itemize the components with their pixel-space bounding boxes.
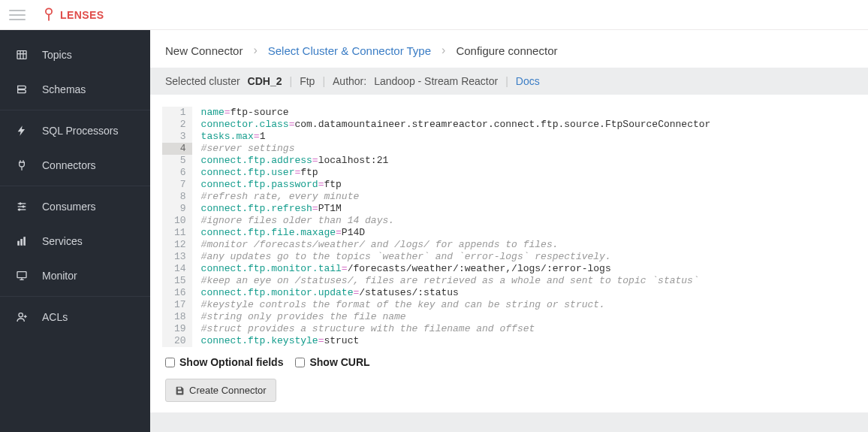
barchart-icon [15,234,29,248]
author-value: Landoop - Stream Reactor [374,75,498,87]
svg-rect-15 [17,272,26,278]
useradd-icon [15,310,29,324]
info-bar: Selected cluster CDH_2 | Ftp | Author: L… [150,68,868,95]
svg-point-18 [19,313,23,317]
breadcrumb-item: New Connector [165,44,243,57]
line-number: 9 [162,203,192,215]
line-number: 14 [162,263,192,275]
brand-name: LENSES [60,9,104,21]
nav-group: TopicsSchemas [0,35,150,110]
info-divider: | [322,75,325,87]
monitor-icon [15,269,29,282]
create-connector-label: Create Connector [189,385,267,396]
sidebar-item-topics[interactable]: Topics [0,38,150,72]
code-editor[interactable]: 1234567891011121314151617181920 name=ftp… [150,95,868,352]
sidebar-item-schemas[interactable]: Schemas [0,72,150,107]
svg-rect-14 [24,237,26,246]
layers-icon [15,83,29,96]
code-line: #string only provides the file name [201,311,856,323]
sidebar-item-monitor[interactable]: Monitor [0,258,150,293]
selected-cluster-value: CDH_2 [248,75,282,87]
show-curl-label: Show CURL [309,356,369,368]
sidebar-item-label: Connectors [42,159,96,171]
svg-point-11 [18,209,20,211]
code-line: #any updates go to the topics `weather` … [201,251,856,263]
line-number: 13 [162,251,192,263]
code-line: connect.ftp.monitor.tail=/forecasts/weat… [201,263,856,275]
code-line: #monitor /forecasts/weather/ and /logs/ … [201,239,856,251]
show-optional-input[interactable] [165,358,175,367]
save-icon [175,385,185,395]
sidebar-item-connectors[interactable]: Connectors [0,148,150,183]
line-number: 7 [162,179,192,191]
nav-group: ConsumersServicesMonitor [0,186,150,296]
sidebar: TopicsSchemasSQL ProcessorsConnectorsCon… [0,30,150,432]
sliders-icon [15,200,29,213]
code-line: connect.ftp.refresh=PT1M [201,203,856,215]
show-optional-checkbox[interactable]: Show Optional fields [165,356,283,368]
sidebar-item-services[interactable]: Services [0,224,150,258]
docs-link[interactable]: Docs [516,75,540,87]
chevron-right-icon: › [442,44,445,57]
code-area[interactable]: name=ftp-sourceconnector.class=com.datam… [192,107,856,347]
code-line: connect.ftp.user=ftp [201,167,856,179]
footer-bar [150,412,868,432]
code-line: #ignore files older than 14 days. [201,215,856,227]
breadcrumb-item: Configure connector [456,44,557,57]
connector-type: Ftp [300,75,315,87]
line-number: 19 [162,323,192,335]
code-line: connector.class=com.datamountaineer.stre… [201,119,856,131]
line-number: 11 [162,227,192,239]
show-optional-label: Show Optional fields [179,356,283,368]
sidebar-item-label: SQL Processors [42,125,118,137]
sidebar-item-sql-processors[interactable]: SQL Processors [0,113,150,148]
code-line: #refresh rate, every minute [201,191,856,203]
sidebar-item-acls[interactable]: ACLs [0,300,150,334]
brand-logo[interactable]: LENSES [44,7,104,23]
svg-point-9 [20,203,22,205]
author-label: Author: [333,75,366,87]
info-divider: | [290,75,293,87]
create-connector-button[interactable]: Create Connector [165,379,276,402]
line-number: 4 [162,143,192,155]
line-number: 10 [162,215,192,227]
breadcrumb-item[interactable]: Select Cluster & Connector Type [268,44,431,57]
code-line: connect.ftp.address=localhost:21 [201,155,856,167]
code-line: name=ftp-source [201,107,856,119]
line-number: 1 [162,107,192,119]
code-line: connect.ftp.monitor.update=/statuses/:st… [201,287,856,299]
sidebar-item-label: ACLs [42,311,68,323]
code-line: connect.ftp.password=ftp [201,179,856,191]
breadcrumb: New Connector›Select Cluster & Connector… [150,30,868,68]
main-content: New Connector›Select Cluster & Connector… [150,30,868,432]
line-number: 16 [162,287,192,299]
code-line: #keystyle controls the format of the key… [201,299,856,311]
line-number: 20 [162,335,192,347]
line-number: 6 [162,167,192,179]
svg-rect-1 [48,14,50,20]
nav-group: SQL ProcessorsConnectors [0,110,150,186]
line-number: 5 [162,155,192,167]
svg-rect-2 [17,51,26,59]
show-curl-checkbox[interactable]: Show CURL [295,356,369,368]
line-number: 17 [162,299,192,311]
code-line: #keep an eye on /statuses/, files are re… [201,275,856,287]
sidebar-item-label: Schemas [42,83,86,95]
sidebar-item-label: Monitor [42,270,77,282]
svg-rect-12 [18,241,20,245]
show-curl-input[interactable] [295,358,305,367]
code-line: connect.ftp.file.maxage=P14D [201,227,856,239]
code-line: #server settings [201,143,856,155]
line-number: 8 [162,191,192,203]
info-divider: | [505,75,508,87]
code-line: connect.ftp.keystyle=struct [201,335,856,347]
line-number: 15 [162,275,192,287]
sidebar-item-label: Topics [42,49,72,61]
menu-toggle-icon[interactable] [9,10,26,20]
sidebar-item-consumers[interactable]: Consumers [0,189,150,224]
nav-group: ACLs [0,296,150,337]
svg-rect-13 [21,239,23,245]
chevron-right-icon: › [253,44,257,57]
line-number-gutter: 1234567891011121314151617181920 [162,107,192,347]
plug-icon [15,159,29,172]
